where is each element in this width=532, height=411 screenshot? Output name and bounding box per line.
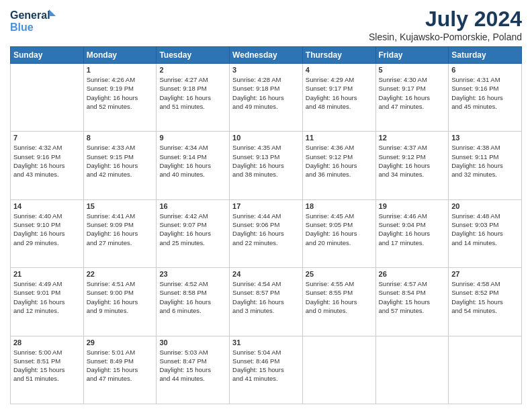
day-number: 4: [306, 66, 373, 74]
day-info: Sunrise: 4:32 AM Sunset: 9:16 PM Dayligh…: [13, 143, 81, 179]
calendar-cell: 26Sunrise: 4:57 AM Sunset: 8:54 PM Dayli…: [375, 268, 449, 336]
header: General Blue July 2024 Slesin, Kujawsko-…: [10, 7, 522, 42]
svg-marker-2: [49, 9, 56, 16]
day-info: Sunrise: 4:57 AM Sunset: 8:54 PM Dayligh…: [379, 279, 446, 315]
day-number: 5: [379, 66, 446, 74]
day-info: Sunrise: 4:33 AM Sunset: 9:15 PM Dayligh…: [87, 143, 154, 179]
calendar-cell: 24Sunrise: 4:54 AM Sunset: 8:57 PM Dayli…: [230, 268, 303, 336]
calendar-table: SundayMondayTuesdayWednesdayThursdayFrid…: [10, 46, 522, 404]
day-info: Sunrise: 5:01 AM Sunset: 8:49 PM Dayligh…: [87, 348, 154, 383]
calendar-cell: 17Sunrise: 4:44 AM Sunset: 9:06 PM Dayli…: [230, 199, 303, 267]
day-number: 31: [232, 338, 300, 347]
calendar-cell: 6Sunrise: 4:31 AM Sunset: 9:16 PM Daylig…: [449, 64, 522, 132]
day-number: 10: [232, 134, 300, 142]
day-info: Sunrise: 4:31 AM Sunset: 9:16 PM Dayligh…: [451, 75, 519, 111]
calendar-header-row: SundayMondayTuesdayWednesdayThursdayFrid…: [11, 47, 522, 64]
day-info: Sunrise: 4:30 AM Sunset: 9:17 PM Dayligh…: [379, 75, 446, 111]
calendar-cell: [11, 64, 84, 132]
day-number: 6: [451, 66, 519, 74]
calendar-cell: 12Sunrise: 4:37 AM Sunset: 9:12 PM Dayli…: [375, 132, 449, 199]
day-number: 22: [87, 270, 154, 278]
day-number: 29: [87, 338, 154, 347]
day-info: Sunrise: 5:03 AM Sunset: 8:47 PM Dayligh…: [159, 348, 226, 383]
day-number: 3: [232, 66, 300, 74]
weekday-header: Friday: [375, 47, 449, 64]
calendar-cell: 14Sunrise: 4:40 AM Sunset: 9:10 PM Dayli…: [11, 199, 84, 267]
day-info: Sunrise: 4:48 AM Sunset: 9:03 PM Dayligh…: [451, 212, 519, 247]
calendar-cell: 2Sunrise: 4:27 AM Sunset: 9:18 PM Daylig…: [157, 64, 230, 132]
calendar-cell: 22Sunrise: 4:51 AM Sunset: 9:00 PM Dayli…: [83, 268, 157, 336]
calendar-cell: 1Sunrise: 4:26 AM Sunset: 9:19 PM Daylig…: [83, 64, 157, 132]
calendar-week-row: 28Sunrise: 5:00 AM Sunset: 8:51 PM Dayli…: [11, 336, 522, 404]
logo: General Blue: [10, 7, 57, 37]
day-info: Sunrise: 4:51 AM Sunset: 9:00 PM Dayligh…: [87, 279, 154, 315]
day-info: Sunrise: 5:04 AM Sunset: 8:46 PM Dayligh…: [232, 348, 300, 383]
day-info: Sunrise: 4:42 AM Sunset: 9:07 PM Dayligh…: [159, 212, 226, 247]
calendar-cell: 15Sunrise: 4:41 AM Sunset: 9:09 PM Dayli…: [83, 199, 157, 267]
day-info: Sunrise: 4:40 AM Sunset: 9:10 PM Dayligh…: [13, 212, 81, 247]
day-number: 11: [306, 134, 373, 142]
day-number: 8: [87, 134, 154, 142]
title-block: July 2024 Slesin, Kujawsko-Pomorskie, Po…: [369, 7, 522, 42]
day-number: 18: [306, 202, 373, 210]
weekday-header: Saturday: [449, 47, 522, 64]
weekday-header: Monday: [83, 47, 157, 64]
calendar-cell: 28Sunrise: 5:00 AM Sunset: 8:51 PM Dayli…: [11, 336, 84, 404]
calendar-cell: 23Sunrise: 4:52 AM Sunset: 8:58 PM Dayli…: [157, 268, 230, 336]
calendar-cell: 11Sunrise: 4:36 AM Sunset: 9:12 PM Dayli…: [302, 132, 375, 199]
day-info: Sunrise: 4:55 AM Sunset: 8:55 PM Dayligh…: [306, 279, 373, 315]
svg-text:Blue: Blue: [10, 21, 34, 33]
day-info: Sunrise: 4:28 AM Sunset: 9:18 PM Dayligh…: [232, 75, 300, 111]
calendar-cell: [375, 336, 449, 404]
weekday-header: Wednesday: [230, 47, 303, 64]
page: General Blue July 2024 Slesin, Kujawsko-…: [0, 0, 532, 411]
day-info: Sunrise: 4:26 AM Sunset: 9:19 PM Dayligh…: [87, 75, 154, 111]
calendar-cell: 21Sunrise: 4:49 AM Sunset: 9:01 PM Dayli…: [11, 268, 84, 336]
day-info: Sunrise: 4:41 AM Sunset: 9:09 PM Dayligh…: [87, 212, 154, 247]
day-info: Sunrise: 4:36 AM Sunset: 9:12 PM Dayligh…: [306, 143, 373, 179]
day-number: 24: [232, 270, 300, 278]
calendar-week-row: 21Sunrise: 4:49 AM Sunset: 9:01 PM Dayli…: [11, 268, 522, 336]
day-number: 23: [159, 270, 226, 278]
day-info: Sunrise: 4:35 AM Sunset: 9:13 PM Dayligh…: [232, 143, 300, 179]
weekday-header: Tuesday: [157, 47, 230, 64]
day-info: Sunrise: 4:46 AM Sunset: 9:04 PM Dayligh…: [379, 212, 446, 247]
day-number: 14: [13, 202, 81, 210]
calendar-cell: 5Sunrise: 4:30 AM Sunset: 9:17 PM Daylig…: [375, 64, 449, 132]
weekday-header: Thursday: [302, 47, 375, 64]
calendar-cell: 31Sunrise: 5:04 AM Sunset: 8:46 PM Dayli…: [230, 336, 303, 404]
day-number: 28: [13, 338, 81, 347]
day-number: 7: [13, 134, 81, 142]
calendar-cell: 10Sunrise: 4:35 AM Sunset: 9:13 PM Dayli…: [230, 132, 303, 199]
calendar-cell: 9Sunrise: 4:34 AM Sunset: 9:14 PM Daylig…: [157, 132, 230, 199]
main-title: July 2024: [369, 7, 522, 32]
day-info: Sunrise: 4:34 AM Sunset: 9:14 PM Dayligh…: [159, 143, 226, 179]
calendar-cell: 4Sunrise: 4:29 AM Sunset: 9:17 PM Daylig…: [302, 64, 375, 132]
subtitle: Slesin, Kujawsko-Pomorskie, Poland: [369, 32, 522, 42]
day-info: Sunrise: 4:29 AM Sunset: 9:17 PM Dayligh…: [306, 75, 373, 111]
day-number: 9: [159, 134, 226, 142]
calendar-cell: 13Sunrise: 4:38 AM Sunset: 9:11 PM Dayli…: [449, 132, 522, 199]
day-info: Sunrise: 5:00 AM Sunset: 8:51 PM Dayligh…: [13, 348, 81, 383]
logo-svg: General Blue: [10, 7, 57, 37]
day-number: 16: [159, 202, 226, 210]
calendar-cell: 3Sunrise: 4:28 AM Sunset: 9:18 PM Daylig…: [230, 64, 303, 132]
day-number: 17: [232, 202, 300, 210]
calendar-cell: 29Sunrise: 5:01 AM Sunset: 8:49 PM Dayli…: [83, 336, 157, 404]
day-info: Sunrise: 4:45 AM Sunset: 9:05 PM Dayligh…: [306, 212, 373, 247]
day-number: 25: [306, 270, 373, 278]
day-info: Sunrise: 4:37 AM Sunset: 9:12 PM Dayligh…: [379, 143, 446, 179]
calendar-cell: 18Sunrise: 4:45 AM Sunset: 9:05 PM Dayli…: [302, 199, 375, 267]
calendar-cell: 19Sunrise: 4:46 AM Sunset: 9:04 PM Dayli…: [375, 199, 449, 267]
day-number: 21: [13, 270, 81, 278]
day-info: Sunrise: 4:49 AM Sunset: 9:01 PM Dayligh…: [13, 279, 81, 315]
day-number: 15: [87, 202, 154, 210]
day-number: 30: [159, 338, 226, 347]
calendar-cell: 27Sunrise: 4:58 AM Sunset: 8:52 PM Dayli…: [449, 268, 522, 336]
calendar-cell: [449, 336, 522, 404]
calendar-cell: 20Sunrise: 4:48 AM Sunset: 9:03 PM Dayli…: [449, 199, 522, 267]
calendar-week-row: 7Sunrise: 4:32 AM Sunset: 9:16 PM Daylig…: [11, 132, 522, 199]
calendar-cell: 8Sunrise: 4:33 AM Sunset: 9:15 PM Daylig…: [83, 132, 157, 199]
calendar-cell: 7Sunrise: 4:32 AM Sunset: 9:16 PM Daylig…: [11, 132, 84, 199]
calendar-cell: [302, 336, 375, 404]
